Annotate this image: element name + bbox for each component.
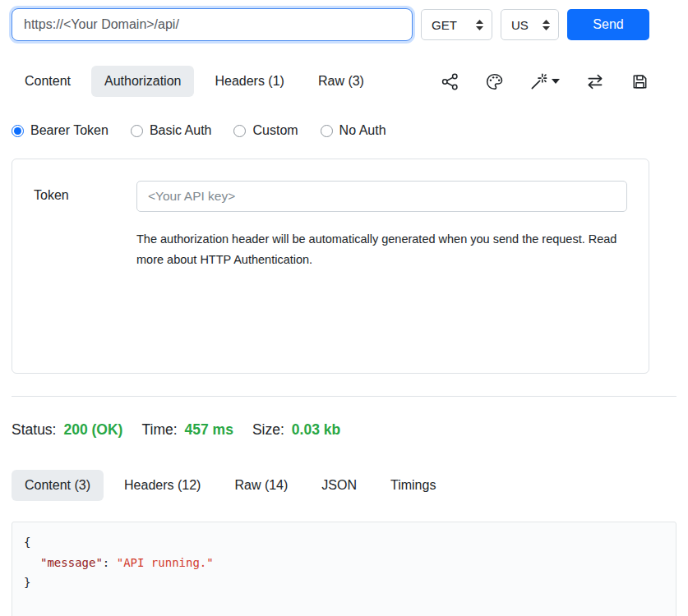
chevron-down-icon	[552, 79, 560, 84]
radio-label: Basic Auth	[150, 123, 212, 138]
send-button[interactable]: Send	[567, 9, 649, 40]
json-value: "API running."	[117, 556, 214, 569]
save-icon[interactable]	[630, 72, 649, 91]
json-open-brace: {	[24, 532, 664, 553]
json-key: "message"	[40, 556, 103, 569]
radio-circle-icon	[233, 125, 246, 137]
region-select[interactable]: US	[501, 9, 559, 40]
region-select-value: US	[511, 18, 529, 32]
request-bar: GET US Send	[12, 8, 649, 41]
radio-circle-icon	[321, 125, 333, 137]
radio-custom[interactable]: Custom	[233, 123, 298, 138]
response-tab-raw[interactable]: Raw (14)	[221, 470, 301, 501]
auth-helper-text: The authorization header will be automat…	[136, 229, 627, 270]
size-label: Size:	[252, 421, 284, 439]
radio-label: Custom	[252, 123, 298, 138]
url-input[interactable]	[12, 8, 413, 41]
radio-no-auth[interactable]: No Auth	[321, 123, 386, 138]
size-group: Size: 0.03 kb	[252, 421, 340, 439]
radio-basic-auth[interactable]: Basic Auth	[131, 123, 212, 138]
response-tabs-row: Content (3) Headers (12) Raw (14) JSON T…	[12, 470, 676, 501]
response-body: { "message": "API running." }	[12, 522, 676, 616]
select-updown-icon	[476, 20, 483, 30]
auth-panel: Token The authorization header will be a…	[12, 159, 649, 374]
response-tab-json[interactable]: JSON	[308, 470, 370, 501]
auth-type-options: Bearer Token Basic Auth Custom No Auth	[12, 123, 676, 138]
response-status-row: Status: 200 (OK) Time: 457 ms Size: 0.03…	[12, 421, 676, 439]
radio-label: No Auth	[339, 123, 386, 138]
method-select-value: GET	[432, 18, 457, 32]
response-tab-content[interactable]: Content (3)	[12, 470, 104, 501]
time-label: Time:	[141, 421, 177, 439]
tab-content[interactable]: Content	[12, 66, 84, 97]
token-input[interactable]	[136, 181, 627, 212]
radio-circle-icon	[12, 125, 24, 137]
tab-raw[interactable]: Raw (3)	[305, 66, 377, 97]
swap-arrows-icon[interactable]	[585, 72, 605, 91]
request-toolbar	[441, 72, 649, 91]
json-separator: :	[103, 556, 117, 569]
radio-label: Bearer Token	[30, 123, 109, 138]
radio-bearer-token[interactable]: Bearer Token	[12, 123, 109, 138]
radio-circle-icon	[131, 125, 143, 137]
size-value: 0.03 kb	[292, 421, 340, 439]
time-group: Time: 457 ms	[141, 421, 233, 439]
request-tabs-row: Content Authorization Headers (1) Raw (3…	[12, 66, 649, 97]
share-icon[interactable]	[441, 72, 459, 91]
response-tab-headers[interactable]: Headers (12)	[111, 470, 214, 501]
tab-headers[interactable]: Headers (1)	[201, 66, 297, 97]
time-value: 457 ms	[185, 421, 233, 439]
method-select[interactable]: GET	[421, 9, 492, 40]
json-message-line: "message": "API running."	[24, 553, 664, 573]
token-label: Token	[34, 181, 136, 352]
api-client-page: GET US Send Content Authorization Header…	[0, 0, 688, 616]
status-value: 200 (OK)	[63, 421, 122, 439]
section-divider	[12, 396, 676, 397]
token-column: The authorization header will be automat…	[136, 181, 627, 352]
status-label: Status:	[12, 421, 56, 439]
json-close-brace: }	[24, 572, 664, 593]
select-updown-icon	[543, 20, 550, 30]
tab-authorization[interactable]: Authorization	[91, 66, 194, 97]
status-group: Status: 200 (OK)	[12, 421, 122, 439]
palette-icon[interactable]	[485, 72, 504, 91]
magic-wand-icon[interactable]	[529, 72, 560, 91]
response-tab-timings[interactable]: Timings	[377, 470, 449, 501]
